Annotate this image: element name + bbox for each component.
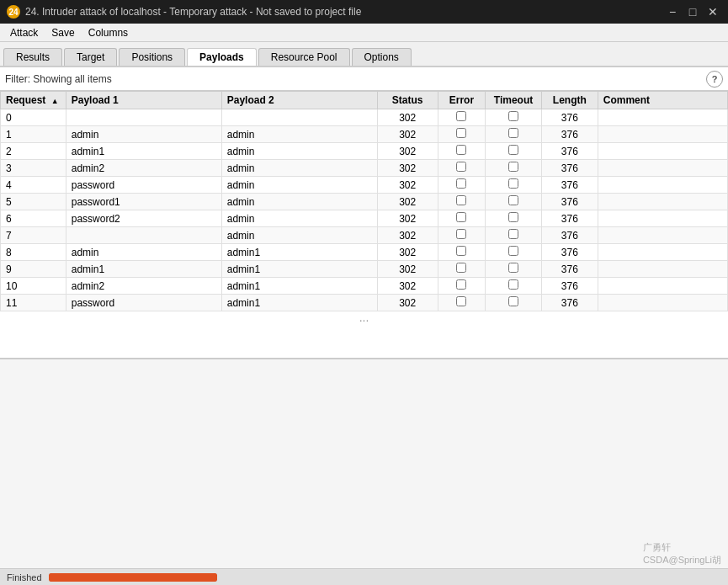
col-header-request[interactable]: Request ▲	[1, 92, 66, 109]
cell-error[interactable]	[438, 194, 486, 210]
timeout-checkbox[interactable]	[508, 162, 518, 172]
error-checkbox[interactable]	[456, 279, 466, 290]
error-checkbox[interactable]	[456, 296, 466, 306]
cell-status: 302	[377, 177, 438, 194]
cell-timeout[interactable]	[486, 227, 542, 244]
col-header-comment[interactable]: Comment	[598, 92, 727, 109]
table-row[interactable]: 9admin1admin1302376	[1, 261, 728, 278]
error-checkbox[interactable]	[456, 162, 466, 172]
timeout-checkbox[interactable]	[508, 229, 518, 239]
table-row[interactable]: 5password1admin302376	[1, 194, 728, 210]
cell-comment	[598, 109, 727, 126]
cell-error[interactable]	[438, 295, 486, 311]
error-checkbox[interactable]	[456, 229, 466, 239]
cell-timeout[interactable]	[486, 126, 542, 143]
error-checkbox[interactable]	[456, 145, 466, 155]
tab-options[interactable]: Options	[352, 48, 412, 66]
cell-comment	[598, 244, 727, 261]
cell-error[interactable]	[438, 227, 486, 244]
tab-target[interactable]: Target	[64, 48, 117, 66]
cell-payload2: admin1	[221, 295, 377, 311]
table-row[interactable]: 6password2admin302376	[1, 210, 728, 227]
minimize-button[interactable]: −	[664, 3, 681, 20]
cell-length: 376	[541, 244, 598, 261]
col-header-status[interactable]: Status	[377, 92, 438, 109]
cell-request: 6	[1, 210, 66, 227]
cell-timeout[interactable]	[486, 160, 542, 177]
tab-payloads[interactable]: Payloads	[187, 48, 257, 66]
timeout-checkbox[interactable]	[508, 128, 518, 138]
error-checkbox[interactable]	[456, 246, 466, 256]
col-header-length[interactable]: Length	[541, 92, 598, 109]
cell-request: 11	[1, 295, 66, 311]
table-row[interactable]: 2admin1admin302376	[1, 143, 728, 160]
timeout-checkbox[interactable]	[508, 111, 518, 121]
cell-payload1	[66, 109, 221, 126]
cell-timeout[interactable]	[486, 143, 542, 160]
tab-results[interactable]: Results	[3, 48, 62, 66]
cell-payload1: admin2	[66, 278, 221, 295]
timeout-checkbox[interactable]	[508, 212, 518, 222]
cell-error[interactable]	[438, 210, 486, 227]
cell-timeout[interactable]	[486, 244, 542, 261]
table-row[interactable]: 3admin2admin302376	[1, 160, 728, 177]
col-header-error[interactable]: Error	[438, 92, 486, 109]
cell-length: 376	[541, 177, 598, 194]
error-checkbox[interactable]	[456, 128, 466, 138]
cell-error[interactable]	[438, 143, 486, 160]
error-checkbox[interactable]	[456, 195, 466, 205]
results-table-container[interactable]: Request ▲ Payload 1 Payload 2 Status Err…	[0, 91, 728, 359]
menu-columns[interactable]: Columns	[82, 25, 135, 40]
cell-timeout[interactable]	[486, 295, 542, 311]
cell-status: 302	[377, 109, 438, 126]
menu-attack[interactable]: Attack	[3, 25, 45, 40]
cell-request: 0	[1, 109, 66, 126]
menu-save[interactable]: Save	[45, 25, 81, 40]
cell-comment	[598, 278, 727, 295]
cell-error[interactable]	[438, 109, 486, 126]
cell-payload1: admin	[66, 244, 221, 261]
cell-timeout[interactable]	[486, 210, 542, 227]
table-row[interactable]: 1adminadmin302376	[1, 126, 728, 143]
tab-positions[interactable]: Positions	[119, 48, 185, 66]
timeout-checkbox[interactable]	[508, 263, 518, 273]
timeout-checkbox[interactable]	[508, 296, 518, 306]
cell-error[interactable]	[438, 278, 486, 295]
col-header-payload1[interactable]: Payload 1	[66, 92, 221, 109]
cell-timeout[interactable]	[486, 278, 542, 295]
cell-payload2: admin	[221, 210, 377, 227]
cell-error[interactable]	[438, 244, 486, 261]
window-title: 24. Intruder attack of localhost - Tempo…	[25, 6, 361, 18]
cell-timeout[interactable]	[486, 109, 542, 126]
table-row[interactable]: 8adminadmin1302376	[1, 244, 728, 261]
timeout-checkbox[interactable]	[508, 145, 518, 155]
table-row[interactable]: 4passwordadmin302376	[1, 177, 728, 194]
table-row[interactable]: 10admin2admin1302376	[1, 278, 728, 295]
table-row[interactable]: 7admin302376	[1, 227, 728, 244]
cell-error[interactable]	[438, 177, 486, 194]
cell-status: 302	[377, 261, 438, 278]
maximize-button[interactable]: □	[684, 3, 701, 20]
error-checkbox[interactable]	[456, 178, 466, 189]
error-checkbox[interactable]	[456, 263, 466, 273]
cell-timeout[interactable]	[486, 194, 542, 210]
cell-error[interactable]	[438, 160, 486, 177]
table-row[interactable]: 0302376	[1, 109, 728, 126]
col-header-payload2[interactable]: Payload 2	[221, 92, 377, 109]
cell-timeout[interactable]	[486, 177, 542, 194]
close-button[interactable]: ✕	[704, 3, 721, 20]
cell-timeout[interactable]	[486, 261, 542, 278]
error-checkbox[interactable]	[456, 111, 466, 121]
col-header-timeout[interactable]: Timeout	[486, 92, 542, 109]
tab-resource-pool[interactable]: Resource Pool	[258, 48, 350, 66]
timeout-checkbox[interactable]	[508, 195, 518, 205]
timeout-checkbox[interactable]	[508, 246, 518, 256]
cell-length: 376	[541, 194, 598, 210]
timeout-checkbox[interactable]	[508, 279, 518, 290]
filter-help-button[interactable]: ?	[706, 71, 723, 88]
cell-error[interactable]	[438, 261, 486, 278]
cell-error[interactable]	[438, 126, 486, 143]
timeout-checkbox[interactable]	[508, 178, 518, 189]
table-row[interactable]: 11passwordadmin1302376	[1, 295, 728, 311]
error-checkbox[interactable]	[456, 212, 466, 222]
